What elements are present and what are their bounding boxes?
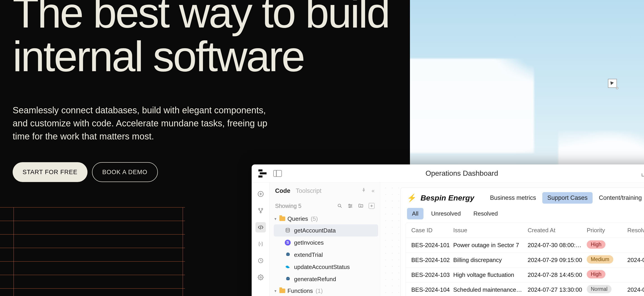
- svg-point-4: [261, 208, 262, 210]
- app-window: Operations Dashboard Share Code Toolscri…: [252, 164, 644, 296]
- priority-badge: High: [587, 240, 606, 249]
- query-type-icon: [284, 227, 291, 234]
- left-rail: [252, 182, 270, 296]
- settings-icon[interactable]: [256, 272, 266, 283]
- new-item-icon[interactable]: [369, 203, 374, 209]
- dash-tab[interactable]: Support Cases: [542, 192, 592, 204]
- filter-chip[interactable]: Resolved: [468, 208, 502, 219]
- table-row[interactable]: BES-2024-104Scheduled maintenance… 2024-…: [406, 282, 644, 296]
- svg-point-14: [338, 204, 341, 207]
- dash-tab[interactable]: Content/training: [594, 192, 644, 204]
- hero-subheading: Seamlessly connect databases, build with…: [13, 104, 272, 143]
- dashboard-card: ⚡ Bespin Energy Business metricsSupport …: [400, 187, 644, 296]
- svg-point-19: [351, 205, 352, 206]
- svg-point-30: [288, 278, 289, 279]
- tree-item-getAccountData[interactable]: getAccountData: [274, 224, 378, 237]
- svg-point-7: [260, 244, 261, 244]
- tree-item-generateRefund[interactable]: generateRefund: [274, 273, 378, 285]
- hero-headline: The best way to build internal software: [13, 0, 389, 78]
- dash-tab[interactable]: Business metrics: [485, 192, 541, 204]
- showing-count: Showing 5: [275, 203, 302, 209]
- new-folder-icon[interactable]: [358, 203, 364, 209]
- table-row[interactable]: BES-2024-102Billing discrepancy 2024-07-…: [406, 253, 644, 267]
- folder-icon: [280, 289, 285, 293]
- tab-code[interactable]: Code: [275, 187, 290, 194]
- svg-point-9: [260, 277, 261, 278]
- priority-badge: Medium: [587, 255, 613, 264]
- tree-item-extendTrial[interactable]: extendTrial: [274, 249, 378, 261]
- query-type-icon: S: [284, 240, 291, 246]
- priority-badge: Normal: [587, 285, 612, 293]
- svg-line-15: [340, 207, 342, 208]
- bolt-icon: ⚡: [407, 193, 416, 202]
- table-row[interactable]: BES-2024-103High voltage fluctuation 202…: [406, 267, 644, 282]
- history-icon[interactable]: [256, 256, 266, 266]
- tree-folder[interactable]: ▼ Queries(5): [274, 213, 378, 224]
- svg-point-3: [258, 208, 260, 210]
- play-overlay-icon[interactable]: [608, 79, 617, 88]
- collapse-icon[interactable]: «: [372, 188, 374, 194]
- svg-point-26: [286, 228, 290, 230]
- filter-icon[interactable]: [348, 203, 353, 209]
- layout-panel-icon[interactable]: [273, 170, 282, 177]
- decorative-grid: [0, 207, 185, 296]
- query-type-icon: [284, 276, 291, 282]
- folder-icon: [280, 217, 285, 221]
- code-panel: Code Toolscript « Showing 5 ▼ Queries(5)…: [270, 182, 380, 296]
- pin-icon[interactable]: [361, 188, 366, 194]
- table-header: Case IDIssue Created AtPriority Resolved…: [406, 223, 644, 238]
- branch-icon[interactable]: [256, 205, 266, 216]
- tree-folder[interactable]: ▼ Functions(1): [274, 285, 378, 296]
- code-icon[interactable]: [256, 222, 266, 233]
- svg-point-29: [287, 278, 287, 279]
- search-icon[interactable]: [337, 203, 342, 209]
- book-a-demo-button[interactable]: BOOK A DEMO: [92, 162, 158, 182]
- tree-item-getInvoices[interactable]: S getInvoices: [274, 237, 378, 249]
- svg-point-21: [349, 207, 350, 208]
- priority-badge: High: [587, 270, 606, 279]
- svg-point-27: [287, 254, 287, 254]
- filter-chip[interactable]: All: [407, 208, 424, 219]
- canvas[interactable]: ⚡ Bespin Energy Business metricsSupport …: [380, 182, 644, 296]
- query-type-icon: [284, 264, 291, 270]
- expand-icon[interactable]: [642, 171, 644, 176]
- retool-logo-icon[interactable]: [258, 169, 266, 178]
- state-icon[interactable]: [256, 239, 266, 249]
- svg-point-5: [260, 212, 261, 213]
- table-row[interactable]: BES-2024-101Power outage in Sector 7 202…: [406, 238, 644, 253]
- start-for-free-button[interactable]: START FOR FREE: [13, 162, 88, 182]
- tab-toolscript[interactable]: Toolscript: [296, 187, 322, 194]
- tree-item-updateAccountStatus[interactable]: updateAccountStatus: [274, 261, 378, 273]
- app-title: Operations Dashboard: [282, 169, 642, 178]
- filter-chip[interactable]: Unresolved: [426, 208, 466, 219]
- svg-line-6: [260, 225, 261, 230]
- query-type-icon: [284, 252, 291, 258]
- svg-point-17: [349, 204, 350, 205]
- add-icon[interactable]: [256, 189, 266, 199]
- app-titlebar: Operations Dashboard Share: [252, 164, 644, 182]
- brand-name: Bespin Energy: [420, 194, 474, 202]
- svg-point-28: [288, 254, 289, 254]
